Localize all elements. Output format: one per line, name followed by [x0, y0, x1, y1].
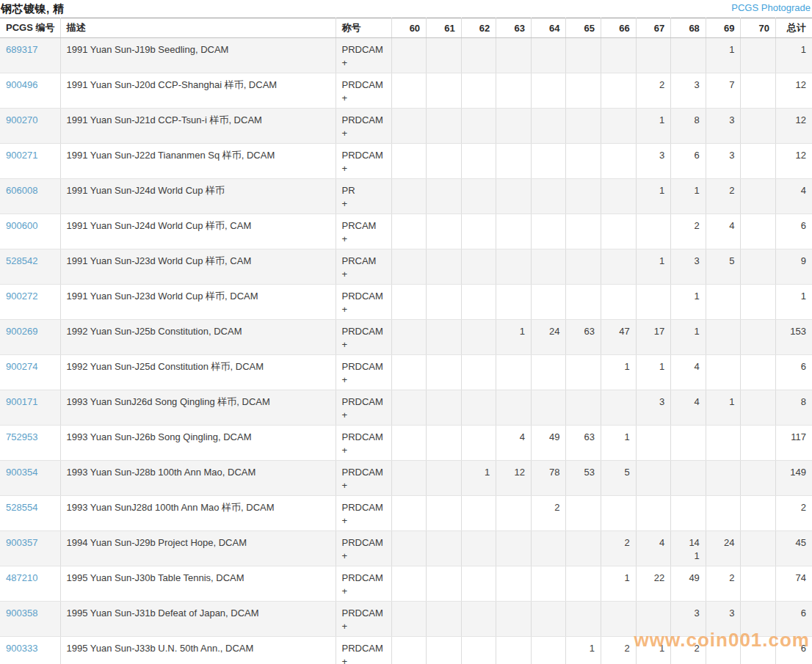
grade-count-cell: 4 [671, 355, 706, 390]
grade-count-cell [566, 214, 601, 249]
grade-count-cell: 1 [566, 637, 601, 664]
pcgs-number-link[interactable]: 689317 [6, 44, 37, 55]
grade-count-cell [741, 249, 776, 285]
pcgs-number-link[interactable]: 900269 [6, 326, 37, 337]
grade-count-cell: 2 [706, 179, 741, 214]
grade-count-cell: 78 [531, 461, 566, 496]
grade-count-cell [671, 426, 706, 461]
grade-count-cell: 3 [706, 602, 741, 637]
pcgs-number-link[interactable]: 487210 [6, 572, 37, 583]
total-cell: 6 [776, 214, 812, 249]
grade-count-cell [601, 144, 637, 179]
grade-count-cell [566, 73, 601, 109]
pcgs-number-link[interactable]: 900274 [6, 361, 37, 372]
grade-count-cell [461, 109, 496, 144]
grade-count-cell [741, 461, 776, 496]
grade-count-cell [671, 38, 706, 73]
pcgs-number-link[interactable]: 606008 [6, 185, 37, 196]
header-total: 总计 [776, 18, 812, 38]
table-row: 900354 1993 Yuan Sun-J28b 100th Ann Mao,… [0, 461, 812, 496]
table-row: 900496 1991 Yuan Sun-J20d CCP-Shanghai 样… [0, 73, 812, 109]
table-row: 900358 1995 Yuan Sun-J31b Defeat of Japa… [0, 602, 812, 637]
pcgs-number-link[interactable]: 528554 [6, 502, 37, 513]
pcgs-number-cell: 900357 [0, 531, 60, 566]
grade-count-cell [461, 496, 496, 531]
grade-count-cell: 1 [636, 109, 671, 144]
grade-count-cell [741, 214, 776, 249]
header-grade-61: 61 [427, 18, 462, 38]
grade-count-cell [391, 426, 427, 461]
table-row: 900271 1991 Yuan Sun-J22d Tiananmen Sq 样… [0, 144, 812, 179]
grade-count-cell: 1 [636, 179, 671, 214]
pcgs-number-link[interactable]: 900354 [6, 467, 37, 478]
total-cell: 6 [776, 637, 812, 664]
pcgs-number-link[interactable]: 900271 [6, 150, 37, 161]
grade-count-cell [427, 426, 462, 461]
grade-count-cell [636, 214, 671, 249]
designation-cell: PRDCAM+ [336, 461, 391, 496]
pcgs-number-cell: 900171 [0, 390, 60, 426]
pcgs-number-link[interactable]: 900358 [6, 608, 37, 619]
pcgs-number-cell: 487210 [0, 566, 60, 602]
grade-count-cell [427, 285, 462, 320]
table-row: 528542 1991 Yuan Sun-J23d World Cup 样币, … [0, 249, 812, 285]
pcgs-number-link[interactable]: 900600 [6, 220, 37, 231]
grade-count-cell [531, 285, 566, 320]
grade-count-cell [496, 214, 532, 249]
pcgs-number-link[interactable]: 900496 [6, 79, 37, 90]
grade-count-cell [391, 144, 427, 179]
designation-cell: PRDCAM+ [336, 38, 391, 73]
pcgs-number-link[interactable]: 900357 [6, 537, 37, 548]
pcgs-number-cell: 900270 [0, 109, 60, 144]
grade-count-cell [391, 461, 427, 496]
table-row: 752953 1993 Yuan Sun-J26b Song Qingling,… [0, 426, 812, 461]
grade-count-cell [496, 531, 532, 566]
grade-count-cell [601, 602, 637, 637]
grade-count-cell [391, 531, 427, 566]
grade-count-cell: 1 [496, 320, 532, 355]
grade-count-cell [391, 38, 427, 73]
total-cell: 45 [776, 531, 812, 566]
table-row: 528554 1993 Yuan SunJ28d 100th Ann Mao 样… [0, 496, 812, 531]
grade-count-cell [461, 355, 496, 390]
grade-count-cell [461, 531, 496, 566]
grade-count-cell [496, 144, 532, 179]
grade-count-cell [461, 179, 496, 214]
total-cell: 9 [776, 249, 812, 285]
grade-count-cell: 17 [636, 320, 671, 355]
pcgs-number-link[interactable]: 900171 [6, 396, 37, 407]
designation-cell: PRDCAM+ [336, 320, 391, 355]
total-cell: 12 [776, 144, 812, 179]
pcgs-number-cell: 900271 [0, 144, 60, 179]
total-cell: 74 [776, 566, 812, 602]
pcgs-number-link[interactable]: 528542 [6, 255, 37, 266]
grade-count-cell: 53 [566, 461, 601, 496]
page-title: 钢芯镀镍, 精 [1, 2, 65, 16]
grade-count-cell [531, 38, 566, 73]
pcgs-number-link[interactable]: 752953 [6, 431, 37, 442]
pcgs-number-cell: 528542 [0, 249, 60, 285]
grade-count-cell [461, 426, 496, 461]
grade-count-cell [461, 320, 496, 355]
designation-cell: PRDCAM+ [336, 390, 391, 426]
grade-count-cell: 3 [671, 73, 706, 109]
pcgs-number-link[interactable]: 900272 [6, 291, 37, 302]
grade-count-cell [601, 179, 637, 214]
pcgs-number-cell: 528554 [0, 496, 60, 531]
grade-count-cell [427, 461, 462, 496]
pcgs-number-link[interactable]: 900270 [6, 114, 37, 125]
grade-count-cell [496, 179, 532, 214]
pcgs-photograde-link[interactable]: PCGS Photograde [731, 2, 811, 13]
grade-count-cell: 24 [531, 320, 566, 355]
grade-count-cell: 49 [531, 426, 566, 461]
grade-count-cell: 2 [601, 531, 637, 566]
grade-count-cell [461, 144, 496, 179]
description-cell: 1993 Yuan SunJ26d Song Qingling 样币, DCAM [60, 390, 336, 426]
grade-count-cell [427, 496, 462, 531]
grade-count-cell [706, 355, 741, 390]
grade-count-cell [706, 320, 741, 355]
pcgs-number-cell: 900496 [0, 73, 60, 109]
pcgs-number-link[interactable]: 900333 [6, 643, 37, 654]
grade-count-cell [531, 73, 566, 109]
grade-count-cell [496, 249, 532, 285]
